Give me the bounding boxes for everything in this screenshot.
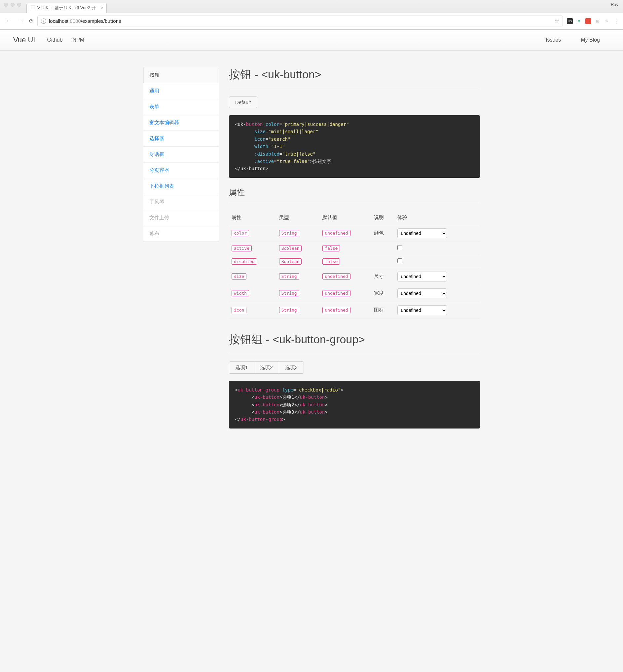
prop-name: active bbox=[232, 245, 252, 252]
extension-icons: JB ▼ ⊞ ✎ ⋮ bbox=[567, 18, 619, 25]
prop-name: width bbox=[232, 290, 249, 296]
sidebar-item-2[interactable]: 表单 bbox=[143, 99, 219, 115]
table-row: disabledBooleanfalse bbox=[229, 255, 480, 268]
browser-tab[interactable]: V-UIKit - 基于 UIKit 和 Vue2 开 × bbox=[26, 3, 107, 13]
prop-desc bbox=[371, 241, 395, 255]
browser-chrome: Ray V-UIKit - 基于 UIKit 和 Vue2 开 × ← → ⟳ … bbox=[0, 0, 623, 30]
sidebar-item-10: 幕布 bbox=[143, 226, 219, 241]
prop-default: false bbox=[322, 258, 340, 265]
prop-type: String bbox=[279, 273, 299, 280]
prop-select-color[interactable]: undefined bbox=[397, 228, 447, 238]
prop-checkbox-active[interactable] bbox=[397, 245, 402, 250]
nav-issues[interactable]: Issues bbox=[546, 37, 561, 43]
nav-npm[interactable]: NPM bbox=[73, 37, 85, 43]
prop-desc: 颜色 bbox=[371, 225, 395, 241]
code-block-button: <uk-button color="primary|success|danger… bbox=[229, 115, 480, 178]
table-row: sizeStringundefined尺寸undefined bbox=[229, 268, 480, 285]
prop-default: undefined bbox=[322, 273, 350, 280]
bookmark-icon[interactable]: ☆ bbox=[555, 18, 559, 24]
table-row: iconStringundefined图标undefined bbox=[229, 302, 480, 319]
prop-name: size bbox=[232, 273, 246, 280]
site-info-icon[interactable]: i bbox=[41, 19, 46, 24]
table-header: 类型 bbox=[276, 210, 320, 225]
prop-desc: 宽度 bbox=[371, 285, 395, 302]
reload-button[interactable]: ⟳ bbox=[29, 18, 33, 24]
divider bbox=[229, 354, 480, 354]
tab-bar: V-UIKit - 基于 UIKit 和 Vue2 开 × bbox=[0, 3, 623, 13]
forward-button[interactable]: → bbox=[17, 17, 25, 25]
group-button-1[interactable]: 选项2 bbox=[254, 361, 279, 374]
browser-menu-icon[interactable]: ⋮ bbox=[613, 18, 619, 25]
section2-title: 按钮组 - <uk-button-group> bbox=[229, 332, 480, 347]
table-header: 默认值 bbox=[320, 210, 371, 225]
prop-select-width[interactable]: undefined bbox=[397, 288, 447, 298]
props-heading: 属性 bbox=[229, 187, 480, 198]
prop-name: icon bbox=[232, 307, 246, 313]
prop-desc: 尺寸 bbox=[371, 268, 395, 285]
table-header: 体验 bbox=[395, 210, 480, 225]
nav-github[interactable]: Github bbox=[47, 37, 62, 43]
prop-type: Boolean bbox=[279, 245, 302, 252]
prop-checkbox-disabled[interactable] bbox=[397, 258, 402, 263]
table-header: 属性 bbox=[229, 210, 276, 225]
table-header: 说明 bbox=[371, 210, 395, 225]
prop-desc: 图标 bbox=[371, 302, 395, 319]
default-button[interactable]: Default bbox=[229, 96, 257, 108]
group-button-2[interactable]: 选项3 bbox=[279, 361, 304, 374]
ext-icon-4[interactable]: ⊞ bbox=[595, 18, 600, 24]
sidebar-item-6[interactable]: 分页容器 bbox=[143, 163, 219, 178]
ext-icon-5[interactable]: ✎ bbox=[604, 18, 610, 24]
sidebar-item-8: 手风琴 bbox=[143, 194, 219, 210]
group-button-0[interactable]: 选项1 bbox=[229, 361, 254, 374]
prop-default: false bbox=[322, 245, 340, 252]
content: 按钮 - <uk-button> Default <uk-button colo… bbox=[229, 67, 480, 436]
table-row: widthStringundefined宽度undefined bbox=[229, 285, 480, 302]
sidebar-item-4[interactable]: 选择器 bbox=[143, 131, 219, 147]
jetbrains-ext-icon[interactable]: JB bbox=[567, 18, 573, 24]
site-nav: Vue UI Github NPM Issues My Blog bbox=[0, 30, 623, 51]
prop-type: Boolean bbox=[279, 258, 302, 265]
sidebar-item-0[interactable]: 按钮 bbox=[143, 67, 219, 83]
brand[interactable]: Vue UI bbox=[13, 36, 35, 44]
divider bbox=[229, 89, 480, 89]
tab-close-icon[interactable]: × bbox=[100, 6, 103, 10]
favicon-icon bbox=[31, 6, 35, 10]
tab-title: V-UIKit - 基于 UIKit 和 Vue2 开 bbox=[37, 5, 96, 11]
sidebar: 按钮通用表单富文本编辑器选择器对话框分页容器下拉框列表手风琴文件上传幕布 bbox=[143, 67, 219, 436]
button-group: 选项1选项2选项3 bbox=[229, 361, 304, 374]
divider bbox=[229, 203, 480, 203]
prop-name: disabled bbox=[232, 258, 257, 265]
url-host: localhost bbox=[49, 18, 68, 24]
prop-default: undefined bbox=[322, 290, 350, 296]
prop-type: String bbox=[279, 230, 299, 236]
vue-ext-icon[interactable]: ▼ bbox=[576, 18, 582, 24]
url-port: :8080 bbox=[68, 18, 81, 24]
sidebar-item-1[interactable]: 通用 bbox=[143, 83, 219, 99]
prop-select-size[interactable]: undefined bbox=[397, 271, 447, 282]
prop-desc bbox=[371, 255, 395, 268]
table-row: colorStringundefined颜色undefined bbox=[229, 225, 480, 241]
page-title: 按钮 - <uk-button> bbox=[229, 67, 480, 82]
prop-type: String bbox=[279, 307, 299, 313]
url-path: /examples/buttons bbox=[81, 18, 121, 24]
sidebar-item-3[interactable]: 富文本编辑器 bbox=[143, 115, 219, 131]
props-table: 属性类型默认值说明体验 colorStringundefined颜色undefi… bbox=[229, 210, 480, 319]
adblock-ext-icon[interactable] bbox=[585, 18, 591, 24]
browser-toolbar: ← → ⟳ i localhost:8080/examples/buttons … bbox=[0, 13, 623, 29]
prop-select-icon[interactable]: undefined bbox=[397, 305, 447, 315]
prop-default: undefined bbox=[322, 230, 350, 236]
nav-blog[interactable]: My Blog bbox=[581, 37, 600, 43]
sidebar-item-5[interactable]: 对话框 bbox=[143, 147, 219, 163]
table-row: activeBooleanfalse bbox=[229, 241, 480, 255]
sidebar-item-9: 文件上传 bbox=[143, 210, 219, 226]
prop-name: color bbox=[232, 230, 249, 236]
page: 按钮通用表单富文本编辑器选择器对话框分页容器下拉框列表手风琴文件上传幕布 按钮 … bbox=[137, 67, 486, 436]
prop-default: undefined bbox=[322, 307, 350, 313]
prop-type: String bbox=[279, 290, 299, 296]
sidebar-item-7[interactable]: 下拉框列表 bbox=[143, 178, 219, 194]
address-bar[interactable]: i localhost:8080/examples/buttons ☆ bbox=[37, 16, 563, 26]
back-button[interactable]: ← bbox=[4, 17, 12, 25]
code-block-group: <uk-button-group type="checkbox|radio"> … bbox=[229, 381, 480, 429]
